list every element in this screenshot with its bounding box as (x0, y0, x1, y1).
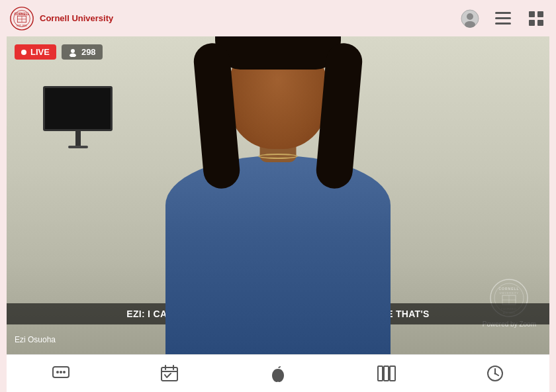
svg-text:CORNELL: CORNELL (15, 13, 30, 16)
svg-rect-38 (390, 366, 395, 381)
bottom-toolbar (7, 354, 549, 392)
svg-text:EST. 1865: EST. 1865 (17, 24, 26, 27)
svg-rect-13 (529, 11, 535, 17)
header: CORNELL EST. 1865 Cornell University (0, 0, 556, 36)
history-icon (486, 364, 504, 383)
history-button[interactable] (479, 359, 512, 388)
library-button[interactable] (370, 359, 403, 388)
svg-text:UNIVERSITY: UNIVERSITY (500, 291, 519, 295)
svg-rect-16 (537, 20, 543, 26)
svg-point-9 (465, 21, 475, 28)
svg-rect-11 (495, 17, 511, 19)
header-right (459, 8, 547, 29)
university-name: Cornell University (40, 13, 113, 24)
calendar-button[interactable] (153, 359, 186, 388)
menu-button[interactable] (492, 8, 514, 29)
svg-rect-36 (378, 366, 383, 381)
svg-point-29 (56, 371, 59, 373)
svg-point-30 (60, 371, 62, 373)
library-icon (377, 364, 396, 383)
svg-point-8 (467, 13, 473, 20)
speaker-name-label: Ezi Osuoha (15, 335, 56, 344)
viewer-icon (68, 48, 77, 57)
chat-button[interactable] (44, 359, 77, 388)
svg-rect-10 (495, 12, 511, 14)
svg-point-18 (70, 53, 76, 57)
svg-rect-14 (537, 11, 543, 17)
svg-point-31 (63, 371, 66, 373)
live-badge: LIVE (15, 44, 56, 60)
live-label: LIVE (30, 47, 50, 57)
cornell-seal-icon: CORNELL EST. 1865 (9, 6, 34, 31)
viewer-count-badge: 298 (62, 44, 103, 60)
svg-point-42 (494, 373, 496, 375)
svg-text:CORNELL: CORNELL (499, 287, 520, 291)
svg-rect-37 (384, 366, 389, 381)
live-dot-icon (21, 50, 26, 55)
live-indicator-area: LIVE 298 (15, 44, 103, 60)
viewer-count-text: 298 (81, 47, 96, 57)
svg-point-17 (71, 49, 75, 53)
calendar-icon (160, 364, 179, 383)
tv-decoration (43, 86, 113, 148)
apple-icon (269, 364, 287, 383)
video-subject (146, 46, 410, 354)
header-left: CORNELL EST. 1865 Cornell University (9, 6, 113, 31)
apple-button[interactable] (261, 359, 295, 388)
grid-view-button[interactable] (526, 8, 547, 29)
svg-rect-12 (495, 23, 511, 24)
user-profile-button[interactable] (459, 8, 481, 29)
video-player: LIVE 298 CORNELL UNIVERSITY FO (7, 36, 549, 354)
svg-rect-15 (529, 20, 535, 26)
chat-icon (52, 364, 70, 383)
